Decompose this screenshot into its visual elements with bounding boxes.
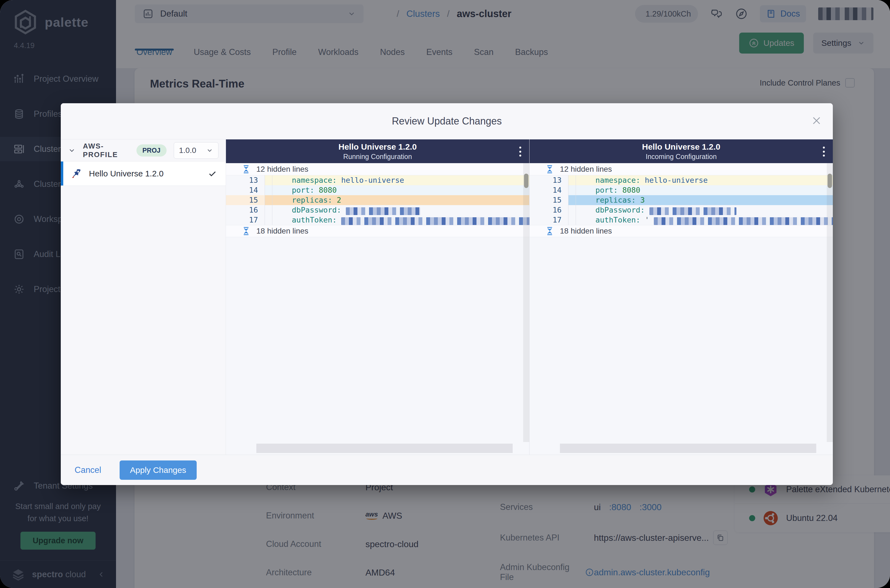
profile-name: AWS-PROFILE [83, 142, 129, 159]
line-code: namespace: hello-universe [576, 175, 833, 185]
profile-list-panel: AWS-PROFILE PROJ 1.0.0 Hello Universe 1.… [61, 140, 226, 454]
unfold-vertical-icon[interactable] [241, 165, 251, 174]
hidden-lines-label: 18 hidden lines [560, 226, 612, 236]
diff-line: 16 dbPassword: [226, 205, 529, 215]
hidden-lines-label: 12 hidden lines [256, 165, 308, 174]
line-marker-gutter [265, 175, 272, 185]
vertical-scrollbar-thumb[interactable] [828, 174, 832, 188]
line-code: dbPassword: [576, 205, 833, 215]
diff-lines: 13 namespace: hello-universe 14 port: 80… [226, 175, 529, 225]
diff-line: 15 replicas: 3 [529, 195, 833, 205]
unfold-vertical-icon[interactable] [545, 226, 555, 236]
diff-line: 13 namespace: hello-universe [529, 175, 833, 185]
review-update-changes-modal: Review Update Changes AWS-PROFILE PROJ 1… [61, 103, 833, 485]
pack-row-hello-universe[interactable]: Hello Universe 1.2.0 [61, 162, 226, 186]
horizontal-scrollbar[interactable] [256, 444, 513, 453]
diff-line: 14 port: 8080 [529, 185, 833, 195]
line-marker-gutter [568, 175, 576, 185]
modal-body: AWS-PROFILE PROJ 1.0.0 Hello Universe 1.… [61, 140, 833, 454]
line-number: 17 [529, 215, 568, 225]
line-number: 15 [226, 195, 265, 205]
chevron-down-icon[interactable] [68, 146, 76, 155]
line-code: replicas: 2 [272, 195, 529, 205]
line-marker-gutter [265, 195, 272, 205]
hidden-lines-label: 18 hidden lines [256, 226, 308, 236]
redacted-secret-value [649, 207, 737, 215]
line-marker-gutter [265, 205, 272, 215]
line-number: 16 [226, 205, 265, 215]
line-code: dbPassword: [272, 205, 529, 215]
check-icon [207, 169, 217, 178]
line-marker-gutter [568, 215, 576, 225]
rocket-icon [70, 168, 82, 180]
line-code: authToken: ' [576, 215, 833, 225]
line-number: 14 [226, 185, 265, 195]
hidden-lines-row-bottom: 18 hidden lines [226, 225, 529, 237]
redacted-secret-value [654, 217, 833, 225]
line-code: port: 8080 [576, 185, 833, 195]
diff-line: 15 replicas: 2 [226, 195, 529, 205]
cancel-button[interactable]: Cancel [73, 465, 103, 476]
line-marker-gutter [568, 185, 576, 195]
diff-pane-subtitle: Incoming Configuration [529, 152, 833, 161]
vertical-scrollbar-thumb[interactable] [524, 174, 528, 188]
line-code: port: 8080 [272, 185, 529, 195]
line-code: authToken: [272, 215, 535, 225]
line-code: namespace: hello-universe [272, 175, 529, 185]
kebab-menu-icon[interactable] [822, 146, 825, 158]
line-number: 17 [226, 215, 265, 225]
modal-footer: Cancel Apply Changes [61, 454, 833, 485]
line-marker-gutter [265, 185, 272, 195]
diff-pane-header: Hello Universe 1.2.0 Incoming Configurat… [529, 140, 833, 163]
close-icon[interactable] [810, 114, 823, 127]
diff-line: 16 dbPassword: [529, 205, 833, 215]
diff-line: 13 namespace: hello-universe [226, 175, 529, 185]
apply-changes-button[interactable]: Apply Changes [120, 460, 197, 480]
app-window: Default / Clusters / aws-cluster 1.29/10… [0, 0, 890, 588]
modal-titlebar: Review Update Changes [61, 103, 833, 140]
pack-name: Hello Universe 1.2.0 [89, 169, 164, 178]
diff-line: 17 authToken: [226, 215, 529, 225]
line-number: 16 [529, 205, 568, 215]
diff-line: 17 authToken: ' [529, 215, 833, 225]
kebab-menu-icon[interactable] [518, 146, 522, 158]
profile-version-value: 1.0.0 [179, 146, 196, 155]
diff-pane-title: Hello Universe 1.2.0 [529, 142, 833, 152]
diff-pane-title: Hello Universe 1.2.0 [226, 142, 529, 152]
profile-header: AWS-PROFILE PROJ 1.0.0 [61, 140, 226, 162]
chevron-down-icon [206, 147, 213, 154]
line-number: 14 [529, 185, 568, 195]
hidden-lines-row-top: 12 hidden lines [529, 163, 833, 175]
diff-pane-running: Hello Universe 1.2.0 Running Configurati… [226, 140, 529, 454]
diff-pane-incoming: Hello Universe 1.2.0 Incoming Configurat… [529, 140, 833, 454]
vertical-scrollbar[interactable] [523, 163, 529, 442]
profile-version-select[interactable]: 1.0.0 [174, 142, 218, 159]
diff-pane-subtitle: Running Configuration [226, 152, 529, 161]
hidden-lines-label: 12 hidden lines [560, 165, 612, 174]
line-number: 13 [226, 175, 265, 185]
horizontal-scrollbar[interactable] [560, 444, 816, 453]
line-code: replicas: 3 [576, 195, 833, 205]
line-marker-gutter [568, 205, 576, 215]
line-number: 13 [529, 175, 568, 185]
modal-title: Review Update Changes [392, 116, 502, 127]
redacted-secret-value [346, 207, 420, 215]
line-marker-gutter [265, 215, 272, 225]
hidden-lines-row-bottom: 18 hidden lines [529, 225, 833, 237]
diff-line: 14 port: 8080 [226, 185, 529, 195]
line-number: 15 [529, 195, 568, 205]
unfold-vertical-icon[interactable] [545, 165, 555, 174]
diff-lines: 13 namespace: hello-universe 14 port: 80… [529, 175, 833, 225]
line-marker-gutter [568, 195, 576, 205]
profile-scope-badge: PROJ [137, 144, 167, 156]
vertical-scrollbar[interactable] [827, 163, 833, 442]
redacted-secret-value [341, 217, 535, 225]
diff-pane-header: Hello Universe 1.2.0 Running Configurati… [226, 140, 529, 163]
hidden-lines-row-top: 12 hidden lines [226, 163, 529, 175]
unfold-vertical-icon[interactable] [241, 226, 251, 236]
